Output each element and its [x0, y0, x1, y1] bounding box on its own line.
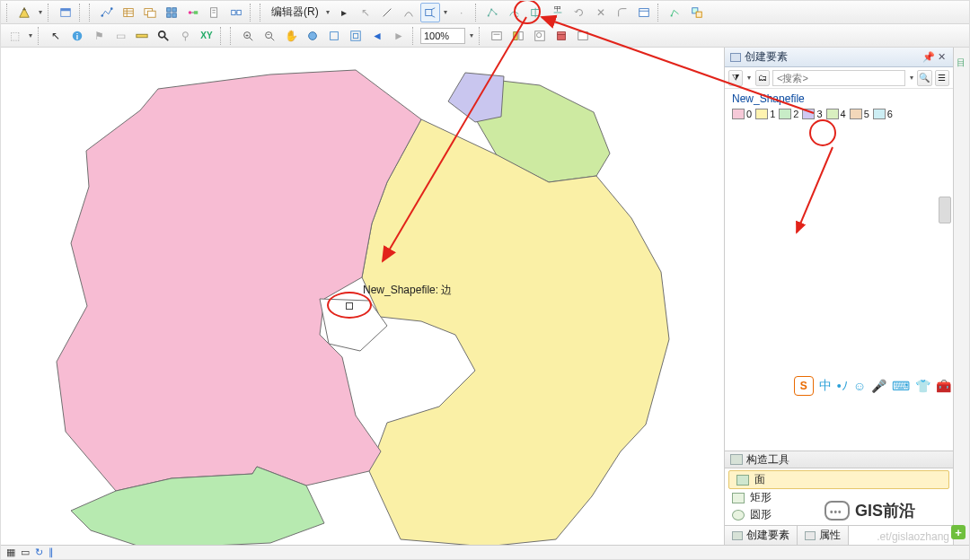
template-5[interactable]: 5: [850, 109, 869, 119]
close-icon[interactable]: ✕: [935, 51, 948, 63]
svg-rect-54: [331, 31, 339, 39]
tool-fullextent-icon[interactable]: [303, 26, 322, 46]
tool-flag-icon[interactable]: ⚑: [89, 26, 109, 46]
tool-arctoolbox-icon[interactable]: [551, 26, 571, 46]
tool-rotate-icon[interactable]: [569, 3, 589, 22]
pin-icon[interactable]: 📌: [922, 51, 935, 63]
status-refresh-icon[interactable]: ↻: [35, 547, 43, 558]
ime-key[interactable]: 中: [819, 378, 832, 394]
ime-key[interactable]: •ﾉ: [837, 379, 848, 393]
tool-intersect-icon[interactable]: ✕: [591, 3, 611, 22]
tool-table2-icon[interactable]: [140, 3, 160, 22]
ime-toolbox-icon[interactable]: 🧰: [936, 379, 951, 393]
status-view1-icon[interactable]: ▭: [21, 547, 30, 558]
tool-table-icon[interactable]: [119, 3, 138, 22]
add-bookmark-icon[interactable]: +: [951, 525, 966, 539]
svg-point-16: [189, 11, 192, 14]
tool-toc-icon[interactable]: [487, 26, 507, 46]
dropdown-icon[interactable]: ▾: [745, 74, 752, 82]
tab-create-features[interactable]: 创建要素: [725, 526, 798, 545]
svg-rect-60: [519, 31, 523, 39]
tool-windowlist-icon[interactable]: [162, 3, 181, 22]
ime-mic-icon[interactable]: 🎤: [871, 379, 886, 393]
tool-layout-icon[interactable]: [56, 3, 75, 22]
tool-goto-xy-icon[interactable]: XY: [197, 26, 216, 46]
filter-templates-icon[interactable]: 🗂: [755, 70, 770, 86]
tool-pan-icon[interactable]: ⬚: [4, 26, 24, 46]
tool-measure-icon[interactable]: [132, 26, 152, 46]
svg-line-66: [797, 147, 833, 232]
svg-rect-63: [558, 34, 566, 39]
tool-edit-vertices-icon[interactable]: [483, 3, 503, 22]
template-6[interactable]: 6: [873, 109, 893, 119]
tool-hand-icon[interactable]: ✋: [281, 26, 301, 46]
tool-zoomin-icon[interactable]: +: [238, 26, 258, 46]
tool-edit-arrow-icon[interactable]: ▸: [334, 3, 354, 22]
ctool-polygon[interactable]: 面: [728, 470, 949, 489]
dropdown-icon[interactable]: ▾: [442, 8, 450, 16]
status-pause-icon[interactable]: ∥: [48, 547, 54, 558]
scrollbar-thumb[interactable]: [939, 197, 951, 223]
tool-graph-icon[interactable]: [97, 3, 117, 22]
tool-fillet-icon[interactable]: [613, 3, 632, 22]
tool-catalog-icon[interactable]: [508, 26, 528, 46]
svg-rect-56: [353, 33, 357, 38]
tool-find-icon[interactable]: [154, 26, 173, 46]
svg-rect-11: [147, 11, 155, 17]
tool-identify-icon[interactable]: i: [67, 26, 87, 46]
ime-keyboard-icon[interactable]: ⌨: [892, 379, 910, 393]
status-grid-icon[interactable]: ▦: [6, 547, 15, 558]
tool-edit-anchor-icon[interactable]: ↖: [356, 3, 375, 22]
search-input[interactable]: [772, 70, 905, 86]
template-4[interactable]: 4: [826, 109, 846, 119]
template-0[interactable]: 0: [732, 109, 752, 119]
tool-python-icon[interactable]: [573, 26, 593, 46]
tool-sketch-props-icon[interactable]: [666, 3, 685, 22]
svg-rect-12: [167, 7, 171, 11]
tool-document-icon[interactable]: [205, 3, 225, 22]
tool-select-arrow-icon[interactable]: ↖: [46, 26, 66, 46]
tool-split-icon[interactable]: 中: [548, 3, 568, 22]
map-canvas[interactable]: New_Shapefile: 边: [1, 48, 724, 545]
template-1[interactable]: 1: [755, 109, 775, 119]
template-2[interactable]: 2: [779, 109, 798, 119]
tab-attributes[interactable]: 属性: [798, 526, 849, 545]
tool-search-window-icon[interactable]: [530, 26, 550, 46]
template-3[interactable]: 3: [802, 109, 822, 119]
dropdown-icon[interactable]: ▾: [467, 31, 475, 39]
zoom-input[interactable]: 100%: [420, 28, 465, 44]
ime-emoji-icon[interactable]: ☺: [853, 379, 866, 393]
tool-point-icon[interactable]: ·: [452, 3, 472, 22]
tool-trace-icon[interactable]: [420, 3, 440, 22]
ime-skin-icon[interactable]: 👕: [915, 379, 930, 393]
tool-line-icon[interactable]: [377, 3, 397, 22]
editor-menu[interactable]: 编辑器(R): [268, 4, 322, 20]
cursor-tooltip: New_Shapefile: 边: [363, 283, 452, 298]
tool-hyperlink-icon[interactable]: ⚲: [175, 26, 195, 46]
tool-attributes-icon[interactable]: [634, 3, 654, 22]
svg-rect-64: [558, 31, 566, 34]
dropdown-icon[interactable]: ▾: [908, 74, 914, 82]
tool-back-icon[interactable]: ◄: [367, 26, 387, 46]
dropdown-icon[interactable]: ▾: [26, 31, 34, 39]
tool-fixed-zoomout-icon[interactable]: [346, 26, 366, 46]
tool-arc-icon[interactable]: [399, 3, 419, 22]
sogou-logo-icon[interactable]: S: [794, 376, 814, 396]
tool-modelbuilder-icon[interactable]: [183, 3, 203, 22]
tool-htmlpopup-icon[interactable]: ▭: [110, 26, 130, 46]
search-go-icon[interactable]: 🔍: [917, 70, 931, 86]
tool-create-features-icon[interactable]: [687, 3, 707, 22]
tool-fixed-zoomin-icon[interactable]: [324, 26, 344, 46]
status-bar: ▦ ▭ ↻ ∥: [1, 545, 969, 559]
tool-forward-icon[interactable]: ►: [389, 26, 409, 46]
svg-rect-57: [492, 31, 502, 39]
filter-clear-icon[interactable]: ⧩: [728, 70, 743, 86]
tool-zoomout-icon[interactable]: −: [260, 26, 279, 46]
dropdown-icon[interactable]: ▾: [324, 8, 332, 16]
dropdown-icon[interactable]: ▾: [36, 8, 44, 16]
search-menu-icon[interactable]: ☰: [935, 70, 949, 86]
tool-link-icon[interactable]: [226, 3, 246, 22]
annotation-circle-template3: [809, 119, 836, 146]
ime-toolbar[interactable]: S 中 •ﾉ ☺ 🎤 ⌨ 👕 🧰: [794, 376, 951, 396]
tool-add-data-icon[interactable]: +: [14, 3, 34, 22]
